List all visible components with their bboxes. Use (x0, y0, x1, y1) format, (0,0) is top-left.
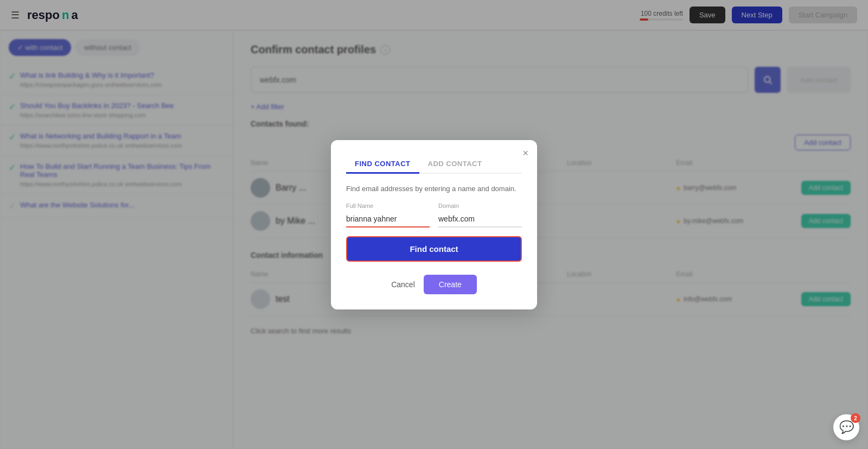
modal-footer: Cancel Create (346, 275, 522, 294)
chat-bubble[interactable]: 💬 2 (833, 414, 859, 440)
modal-overlay: × FIND CONTACT ADD CONTACT Find email ad… (0, 0, 868, 449)
tab-find-contact[interactable]: FIND CONTACT (346, 155, 419, 174)
domain-field: Domain (438, 203, 522, 227)
modal-description: Find email addresses by entering a name … (346, 185, 522, 193)
domain-label: Domain (438, 203, 522, 209)
chat-badge: 2 (851, 413, 860, 423)
find-contact-button[interactable]: Find contact (346, 236, 522, 262)
domain-input[interactable] (438, 211, 522, 227)
full-name-label: Full Name (346, 203, 430, 209)
cancel-button[interactable]: Cancel (391, 280, 415, 289)
chat-icon: 💬 (839, 420, 854, 434)
full-name-input[interactable] (346, 211, 430, 227)
modal-tabs: FIND CONTACT ADD CONTACT (346, 155, 522, 174)
create-button[interactable]: Create (424, 275, 477, 294)
close-button[interactable]: × (522, 148, 528, 159)
full-name-field: Full Name (346, 203, 430, 227)
form-fields: Full Name Domain (346, 203, 522, 227)
tab-add-contact[interactable]: ADD CONTACT (419, 155, 491, 174)
find-contact-modal: × FIND CONTACT ADD CONTACT Find email ad… (331, 140, 537, 309)
